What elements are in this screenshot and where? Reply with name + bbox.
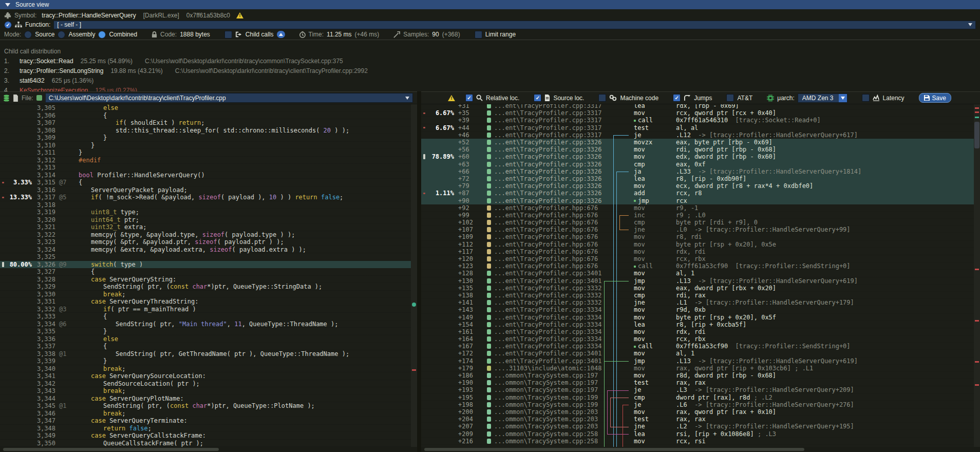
jumps-checkbox[interactable] xyxy=(673,94,681,102)
asm-row[interactable]: +102...ent\TracyProfiler.hpp:676cmpbyte … xyxy=(421,219,974,226)
asm-row[interactable]: +92...ent\TracyProfiler.hpp:676movr9, -1 xyxy=(421,204,974,212)
source-line[interactable]: 13.33%3,317@5if( !m_sock->Read( &payload… xyxy=(0,194,411,201)
uarch-combo[interactable]: AMD Zen 3 xyxy=(798,93,847,103)
mode-radio-assembly[interactable] xyxy=(58,31,65,39)
source-line[interactable]: 3,314bool Profiler::HandleServerQuery() xyxy=(0,172,411,179)
asm-row[interactable]: +207...ommon\TracySystem.cpp:203jne.L2 -… xyxy=(421,423,974,430)
assembly-vertical-scrollbar[interactable] xyxy=(974,104,980,447)
source-line[interactable]: 3,330break; xyxy=(0,291,411,298)
asm-row[interactable]: +63...ent\TracyProfiler.cpp:3326cmpeax, … xyxy=(421,161,974,168)
source-line[interactable]: 3,333{ xyxy=(0,313,411,321)
latency-checkbox[interactable] xyxy=(862,94,870,102)
asm-row[interactable]: 6.67%+35...ent\TracyProfiler.cpp:3317mov… xyxy=(421,109,974,117)
asm-row[interactable]: +128...ent\TracyProfiler.cpp:3401moval, … xyxy=(421,270,974,277)
asm-row[interactable]: +66...ent\TracyProfiler.cpp:3326ja.L33 -… xyxy=(421,168,974,175)
relative-loc-checkbox[interactable] xyxy=(465,94,473,102)
source-line[interactable]: 3,320uint64_t ptr; xyxy=(0,216,411,224)
asm-row[interactable]: +39...ent\TracyProfiler.cpp:3317call0x7f… xyxy=(421,117,974,124)
asm-row[interactable]: +130...ent\TracyProfiler.cpp:3401jmp.L13… xyxy=(421,277,974,285)
asm-row[interactable]: +195...ommon\TracySystem.cpp:199cmpdword… xyxy=(421,394,974,401)
collapse-icon[interactable] xyxy=(5,3,10,7)
source-line[interactable]: 3.33%3,315@7{ xyxy=(0,179,411,186)
asm-row[interactable]: +204...ommon\TracySystem.cpp:203testrax,… xyxy=(421,416,974,423)
source-line[interactable]: 3,312#endif xyxy=(0,157,411,164)
source-line[interactable]: 3,307if( shouldExit ) return; xyxy=(0,119,411,127)
asm-row[interactable]: +198...ommon\TracySystem.cpp:199je.L6 ->… xyxy=(421,401,974,408)
asm-row[interactable]: +179....31103\include\atomic:1048movrax,… xyxy=(421,365,974,372)
asm-row[interactable]: +52...ent\TracyProfiler.cpp:3326movzxeax… xyxy=(421,139,974,146)
function-combo-caret[interactable] xyxy=(968,23,972,26)
asm-row[interactable]: +200...ommon\TracySystem.cpp:203movrax, … xyxy=(421,408,974,416)
asm-row[interactable]: +46...ent\TracyProfiler.cpp:3317je.L12 -… xyxy=(421,131,974,139)
panel-splitter[interactable] xyxy=(417,91,421,452)
source-line[interactable]: 3,325 xyxy=(0,253,411,261)
source-line[interactable]: 3,336else xyxy=(0,335,411,343)
source-line[interactable]: 3,342SendSourceLocation( ptr ); xyxy=(0,380,411,388)
asm-row[interactable]: +117...ent\TracyProfiler.hpp:676movrdx, … xyxy=(421,248,974,255)
function-checkbox[interactable] xyxy=(4,21,12,29)
source-line[interactable]: 3,347case ServerQueryTerminate: xyxy=(0,417,411,425)
asm-row[interactable]: +31...ent\TracyProfiler.cpp:3317leardx, … xyxy=(421,104,974,109)
source-line[interactable]: 3,339} xyxy=(0,357,411,365)
source-line[interactable]: 3,341case ServerQuerySourceLocation: xyxy=(0,372,411,380)
asm-row[interactable]: +120...ent\TracyProfiler.hpp:676movrcx, … xyxy=(421,255,974,262)
asm-row[interactable]: +112...ent\TracyProfiler.hpp:676movbyte … xyxy=(421,241,974,248)
file-combo-caret[interactable] xyxy=(405,97,409,100)
source-line[interactable]: 3,346break; xyxy=(0,410,411,418)
source-line[interactable]: 3,332@3if( ptr == m_mainThread ) xyxy=(0,306,411,313)
source-line[interactable]: 3,345@1SendString( ptr, (const char*)ptr… xyxy=(0,402,411,410)
source-line[interactable]: 3,334@6SendString( ptr, "Main thread", 1… xyxy=(0,321,411,328)
asm-row[interactable]: +143...ent\TracyProfiler.cpp:3334movr9d,… xyxy=(421,306,974,313)
asm-row[interactable]: +138...ent\TracyProfiler.cpp:3332cmprdi,… xyxy=(421,292,974,299)
source-line[interactable]: 3,335} xyxy=(0,328,411,335)
source-line[interactable]: 3,350QueueCallstackFrame( ptr ); xyxy=(0,440,411,447)
asm-row[interactable]: +99...ent\TracyProfiler.hpp:676incr9 ; .… xyxy=(421,212,974,219)
child-call-item[interactable]: 2.tracy::Profiler::SendLongString19.88 m… xyxy=(4,66,980,76)
source-line[interactable]: 3,329SendString( ptr, (const char*)ptr, … xyxy=(0,283,411,291)
source-line[interactable]: 3,310} xyxy=(0,142,411,149)
source-line[interactable]: 3,338@1SendString( ptr, GetThreadName( p… xyxy=(0,350,411,358)
source-line[interactable]: 3,348return false; xyxy=(0,425,411,432)
source-line[interactable]: 3,327{ xyxy=(0,268,411,276)
asm-row[interactable]: +123...ent\TracyProfiler.hpp:676call0x7f… xyxy=(421,262,974,270)
assembly-horizontal-scrollbar[interactable] xyxy=(421,447,980,452)
asm-row[interactable]: +56...ent\TracyProfiler.cpp:3326movrdi, … xyxy=(421,146,974,153)
uarch-combo-caret[interactable] xyxy=(839,94,847,102)
child-calls-checkbox[interactable] xyxy=(224,31,232,39)
source-line[interactable]: 3,308std::this_thread::sleep_for( std::c… xyxy=(0,127,411,135)
asm-row[interactable]: +186...ommon\TracySystem.cpp:197movr8d, … xyxy=(421,372,974,379)
mode-radio-combined[interactable] xyxy=(98,31,106,39)
asm-row[interactable]: +167...ent\TracyProfiler.cpp:3334call0x7… xyxy=(421,343,974,350)
file-path-combo[interactable]: C:\Users\wolf\Desktop\darkrl\contrib\tra… xyxy=(45,93,413,103)
asm-row[interactable]: +161...ent\TracyProfiler.cpp:3334movrdx,… xyxy=(421,328,974,335)
source-line[interactable]: 3,318 xyxy=(0,201,411,209)
asm-row[interactable]: +109...ent\TracyProfiler.hpp:676movr8, r… xyxy=(421,233,974,240)
asm-row[interactable]: 78.89%+60...ent\TracyProfiler.cpp:3326mo… xyxy=(421,153,974,160)
asm-row[interactable]: +79...ent\TracyProfiler.cpp:3326movecx, … xyxy=(421,182,974,190)
source-line[interactable]: 3,337{ xyxy=(0,343,411,350)
asm-row[interactable]: 6.67%+44...ent\TracyProfiler.cpp:3317tes… xyxy=(421,124,974,131)
asm-row[interactable]: +172...ent\TracyProfiler.cpp:3401moval, … xyxy=(421,350,974,357)
asm-row[interactable]: +90...ent\TracyProfiler.cpp:3326jmprcx xyxy=(421,197,974,204)
mode-radio-source[interactable] xyxy=(24,31,32,39)
asm-row[interactable]: +141...ent\TracyProfiler.cpp:3332jne.L1 … xyxy=(421,299,974,306)
assembly-view[interactable]: +31...ent\TracyProfiler.cpp:3317leardx, … xyxy=(421,104,974,447)
hscroll-thumb[interactable] xyxy=(424,448,804,451)
asm-row[interactable]: +149...ent\TracyProfiler.cpp:3334movbyte… xyxy=(421,313,974,321)
source-line[interactable]: 3,316ServerQueryPacket payload; xyxy=(0,186,411,194)
source-line[interactable]: 3,343break; xyxy=(0,387,411,395)
source-line[interactable]: 3,322memcpy( &type, &payload.type, sizeo… xyxy=(0,231,411,239)
window-titlebar[interactable]: Source view xyxy=(0,0,980,9)
child-call-item[interactable]: 3.stat64i32625 μs (1.36%) xyxy=(4,76,980,85)
save-button[interactable]: Save xyxy=(919,93,951,103)
source-line[interactable]: 3,324memcpy( &extra, &payload.extra, siz… xyxy=(0,246,411,254)
att-checkbox[interactable] xyxy=(726,94,734,102)
source-line[interactable]: 3,306{ xyxy=(0,112,411,120)
source-line[interactable]: 3,328case ServerQueryString: xyxy=(0,276,411,284)
source-line[interactable]: 3,323memcpy( &ptr, &payload.ptr, sizeof(… xyxy=(0,238,411,246)
machine-code-checkbox[interactable] xyxy=(598,94,606,102)
function-combo[interactable]: [ - self - ] xyxy=(53,21,976,29)
source-line[interactable]: 3,349case ServerQueryCallstackFrame: xyxy=(0,432,411,440)
asm-row[interactable]: +190...ommon\TracySystem.cpp:197testrax,… xyxy=(421,379,974,386)
hscroll-thumb[interactable] xyxy=(3,448,219,451)
